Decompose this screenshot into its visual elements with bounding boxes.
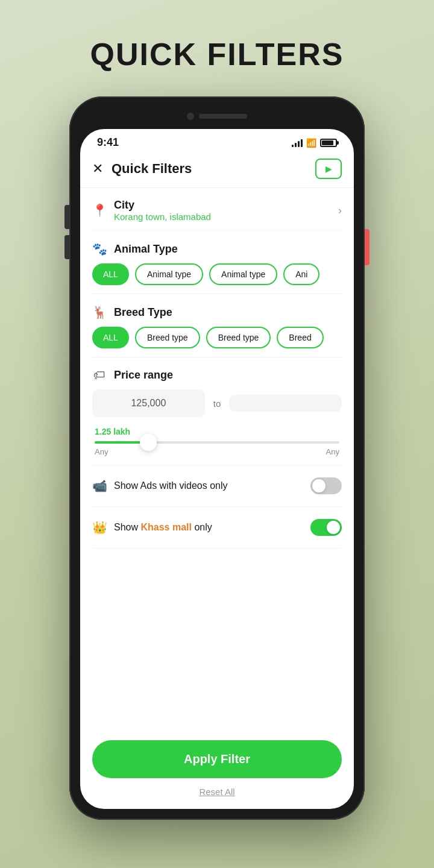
status-bar: 9:41 📶 — [80, 129, 354, 154]
bottom-area: Apply Filter Reset All — [80, 731, 354, 809]
camera — [187, 113, 194, 120]
slider-thumb[interactable] — [140, 434, 157, 451]
price-range-header: 🏷 Price range — [92, 368, 342, 382]
khass-toggle-switch[interactable] — [310, 519, 342, 536]
khass-toggle-left: 👑 Show Khass mall only — [92, 520, 212, 535]
breed-type-tags: ALL Breed type Breed type Breed — [92, 327, 342, 348]
video-toggle-row: 📹 Show Ads with videos only — [92, 465, 342, 507]
city-left: 📍 City Korang town, islamabad — [92, 199, 211, 222]
chevron-right-icon: › — [338, 204, 342, 217]
price-slider: 1.25 lakh Any Any — [92, 427, 342, 456]
slider-track — [95, 441, 339, 444]
volume-up-button — [64, 205, 69, 229]
khass-toggle-row: 👑 Show Khass mall only — [92, 507, 342, 549]
status-icons: 📶 — [292, 138, 337, 148]
city-info: City Korang town, islamabad — [114, 199, 211, 222]
speaker — [199, 114, 247, 119]
page-title: QUICK FILTERS — [90, 36, 344, 72]
side-button — [365, 229, 370, 265]
price-max-input[interactable] — [229, 395, 342, 412]
khass-highlight: Khass mall — [140, 522, 191, 532]
animal-type-icon: 🐾 — [92, 242, 107, 256]
khass-toggle-knob — [327, 521, 340, 534]
animal-type-title: Animal Type — [114, 243, 178, 256]
location-icon: 📍 — [92, 203, 107, 218]
slider-ends: Any Any — [95, 447, 339, 456]
video-toggle-label: Show Ads with videos only — [114, 480, 228, 491]
signal-icon — [292, 139, 303, 147]
price-range-section: 🏷 Price range 125,000 to 1.25 lakh Any — [92, 357, 342, 465]
breed-type-title: Breed Type — [114, 306, 172, 319]
animal-type-tag-3[interactable]: Ani — [283, 263, 319, 285]
breed-type-header: 🦌 Breed Type — [92, 305, 342, 319]
volume-down-button — [64, 235, 69, 259]
breed-type-tag-all[interactable]: ALL — [92, 327, 129, 348]
play-button[interactable] — [315, 159, 342, 179]
phone-frame: 9:41 📶 ✕ Quick Filters — [69, 96, 365, 820]
header: ✕ Quick Filters — [80, 154, 354, 188]
notch-area — [80, 107, 354, 125]
apply-filter-button[interactable]: Apply Filter — [92, 740, 342, 778]
slider-min-label: Any — [95, 447, 108, 456]
price-inputs: 125,000 to — [92, 389, 342, 417]
animal-type-section: 🐾 Animal Type ALL Animal type Animal typ… — [92, 231, 342, 294]
close-button[interactable]: ✕ — [92, 162, 103, 175]
breed-type-section: 🦌 Breed Type ALL Breed type Breed type B… — [92, 294, 342, 357]
battery-icon — [320, 139, 337, 147]
video-toggle-knob — [312, 479, 326, 492]
animal-type-tags: ALL Animal type Animal type Ani — [92, 263, 342, 285]
animal-type-tag-all[interactable]: ALL — [92, 263, 129, 285]
breed-type-tag-2[interactable]: Breed type — [206, 327, 271, 348]
animal-type-tag-1[interactable]: Animal type — [135, 263, 203, 285]
khass-toggle-label: Show Khass mall only — [114, 522, 212, 533]
wifi-icon: 📶 — [306, 138, 316, 148]
video-toggle-switch[interactable] — [310, 477, 342, 494]
reset-all-link[interactable]: Reset All — [92, 787, 342, 797]
breed-type-tag-3[interactable]: Breed — [277, 327, 323, 348]
slider-value-label: 1.25 lakh — [95, 427, 339, 436]
animal-type-header: 🐾 Animal Type — [92, 242, 342, 256]
price-to-label: to — [213, 398, 221, 409]
city-filter-row[interactable]: 📍 City Korang town, islamabad › — [92, 188, 342, 231]
animal-type-tag-2[interactable]: Animal type — [209, 263, 277, 285]
slider-max-label: Any — [326, 447, 339, 456]
phone-screen: 9:41 📶 ✕ Quick Filters — [80, 129, 354, 809]
header-title: Quick Filters — [112, 161, 192, 177]
city-value: Korang town, islamabad — [114, 212, 211, 222]
price-min-input[interactable]: 125,000 — [92, 389, 205, 417]
video-toggle-left: 📹 Show Ads with videos only — [92, 479, 228, 493]
breed-type-icon: 🦌 — [92, 305, 107, 319]
status-time: 9:41 — [97, 136, 119, 149]
price-range-title: Price range — [114, 369, 173, 382]
city-label: City — [114, 199, 211, 212]
breed-type-tag-1[interactable]: Breed type — [135, 327, 200, 348]
video-icon: 📹 — [92, 479, 107, 493]
filter-content: 📍 City Korang town, islamabad › 🐾 Animal… — [80, 188, 354, 731]
price-icon: 🏷 — [92, 368, 107, 382]
header-left: ✕ Quick Filters — [92, 161, 192, 177]
khass-icon: 👑 — [92, 520, 107, 535]
